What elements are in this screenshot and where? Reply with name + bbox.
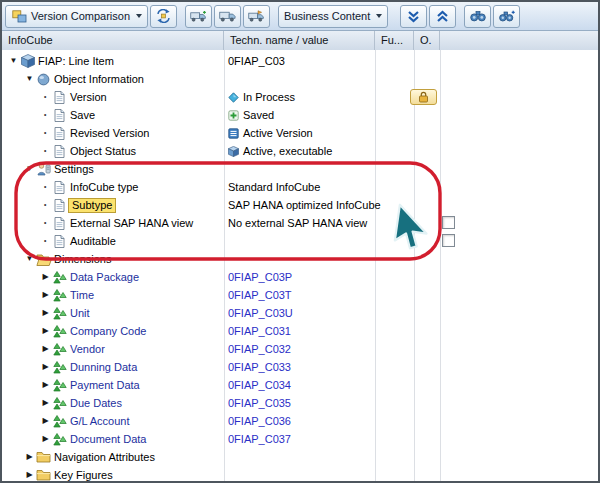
row-dim-company-code[interactable]: ▶Company Code0FIAP_C031 [2,322,598,340]
collapsed-node-icon[interactable]: ▶ [40,430,51,448]
row-infocube-type[interactable]: ·InfoCube typeStandard InfoCube [2,178,598,196]
row-key-figures[interactable]: ▶Key Figures [2,466,598,481]
dimension-icon [51,361,68,374]
row-subtype[interactable]: ·SubtypeSAP HANA optimized InfoCube [2,196,598,214]
row-label: Due Dates [68,394,124,412]
find-button[interactable] [464,5,491,28]
row-object-status[interactable]: ·Object StatusActive, executable [2,142,598,160]
document-icon [51,109,68,122]
row-dim-due-dates[interactable]: ▶Due Dates0FIAP_C035 [2,394,598,412]
dimension-icon [51,271,68,284]
row-dimensions[interactable]: ▼Dimensions [2,250,598,268]
dropdown-arrow-icon [136,14,142,18]
collapsed-node-icon[interactable]: ▶ [40,322,51,340]
row-dim-time[interactable]: ▶Time0FIAP_C03T [2,286,598,304]
row-label: Payment Data [68,376,142,394]
row-save[interactable]: ·SaveSaved [2,106,598,124]
row-version[interactable]: ·VersionIn Process [2,88,598,106]
row-auditable[interactable]: ·Auditable [2,232,598,250]
collapse-all-button[interactable] [429,5,456,28]
dimension-icon [51,289,68,302]
row-dim-data-package[interactable]: ▶Data Package0FIAP_C03P [2,268,598,286]
dimension-icon [51,379,68,392]
column-tech-name[interactable]: Techn. name / value [224,31,375,50]
document-icon [51,235,68,248]
change-lock-button[interactable] [410,89,437,105]
row-dim-gl-account[interactable]: ▶G/L Account0FIAP_C036 [2,412,598,430]
truck-icon [219,10,236,22]
display-change-icon [155,9,172,23]
transport-forward-button[interactable] [243,5,270,28]
version-comparison-button[interactable]: Version Comparison [5,5,148,28]
row-object-information[interactable]: ▼Object Information [2,70,598,88]
collapsed-node-icon[interactable]: ▶ [24,466,35,481]
dimension-icon [51,415,68,428]
collapsed-node-icon[interactable]: ▶ [40,268,51,286]
row-value-text: Saved [243,106,274,124]
collapsed-node-icon[interactable]: ▶ [40,358,51,376]
row-value-text: Active, executable [243,142,332,160]
row-dim-document-data[interactable]: ▶Document Data0FIAP_C037 [2,430,598,448]
row-value: 0FIAP_C034 [228,376,291,394]
row-value-text: 0FIAP_C03T [228,286,292,304]
expanded-node-icon[interactable]: ▼ [8,52,19,70]
row-navigation-attributes[interactable]: ▶Navigation Attributes [2,448,598,466]
row-value-text: In Process [243,88,295,106]
collapsed-node-icon[interactable]: ▶ [40,304,51,322]
row-value-text: 0FIAP_C036 [228,412,291,430]
transport-add-button[interactable] [185,5,212,28]
collapsed-node-icon[interactable]: ▶ [40,412,51,430]
binoculars-icon [469,10,486,22]
collapsed-node-icon[interactable]: ▶ [40,340,51,358]
expand-all-button[interactable] [400,5,427,28]
row-value: 0FIAP_C03U [228,304,293,322]
row-value-text: 0FIAP_C034 [228,376,291,394]
row-label: Key Figures [52,466,115,481]
sap-infocube-window: Version Comparison Business Content Info… [0,0,600,483]
row-label: Document Data [68,430,148,448]
compare-icon [11,10,28,23]
infocube-icon [19,54,36,68]
row-label: FIAP: Line Item [36,52,116,70]
transport-button[interactable] [214,5,241,28]
row-dim-unit[interactable]: ▶Unit0FIAP_C03U [2,304,598,322]
leaf-bullet: · [40,124,51,142]
saved-icon [228,110,239,121]
row-dim-payment-data[interactable]: ▶Payment Data0FIAP_C034 [2,376,598,394]
collapsed-node-icon[interactable]: ▶ [40,286,51,304]
row-settings[interactable]: ▼Settings [2,160,598,178]
column-o[interactable]: O. [414,31,440,50]
row-value: 0FIAP_C03 [228,52,285,70]
display-change-button[interactable] [150,5,177,28]
business-content-button[interactable]: Business Content [278,5,388,28]
row-value-text: 0FIAP_C037 [228,430,291,448]
truck-plus-icon [190,10,207,22]
leaf-bullet: · [40,106,51,124]
leaf-bullet: · [40,214,51,232]
collapsed-node-icon[interactable]: ▶ [40,394,51,412]
row-dim-dunning-data[interactable]: ▶Dunning Data0FIAP_C033 [2,358,598,376]
row-revised-version[interactable]: ·Revised VersionActive Version [2,124,598,142]
row-checkbox[interactable] [442,216,455,229]
leaf-bullet: · [40,88,51,106]
row-external-sap-hana-view[interactable]: ·External SAP HANA viewNo external SAP H… [2,214,598,232]
row-label: Subtype [68,198,116,213]
find-next-button[interactable] [493,5,520,28]
expanded-node-icon[interactable]: ▼ [24,250,35,268]
expanded-node-icon[interactable]: ▼ [24,70,35,88]
row-dim-vendor[interactable]: ▶Vendor0FIAP_C032 [2,340,598,358]
expanded-node-icon[interactable]: ▼ [24,160,35,178]
lock-icon [418,91,429,103]
column-infocube[interactable]: InfoCube [2,31,224,50]
in-process-diamond-icon [228,92,239,103]
row-label: Data Package [68,268,141,286]
dimension-icon [51,397,68,410]
collapsed-node-icon[interactable]: ▶ [24,448,35,466]
column-fu[interactable]: Fu... [375,31,414,50]
row-infocube-root[interactable]: ▼FIAP: Line Item0FIAP_C03 [2,52,598,70]
row-value: Saved [228,106,274,124]
collapsed-node-icon[interactable]: ▶ [40,376,51,394]
row-value: In Process [228,88,295,106]
row-checkbox[interactable] [442,234,455,247]
row-value-text: 0FIAP_C035 [228,394,291,412]
